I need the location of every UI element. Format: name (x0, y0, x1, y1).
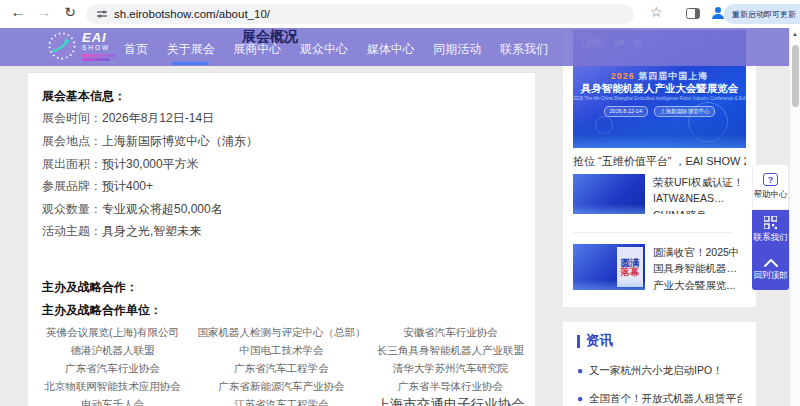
browser-reload-icon[interactable]: ↻ (60, 4, 80, 20)
news-item-3[interactable]: 圆满 落幕 圆满收官！2025中国具身智能机器人产业大会暨展览... (573, 244, 746, 290)
banner-subtitle-en: 2026 The 4th China Shanghai Embodied Int… (573, 96, 746, 101)
nav-visitor-center[interactable]: 观众中心 (300, 41, 348, 58)
scroll-up-arrow-icon[interactable]: ▲ (792, 31, 798, 37)
bookmark-star-icon[interactable]: ☆ (650, 4, 663, 20)
banner-title: 具身智能机器人产业大会暨展览会 (573, 82, 746, 96)
org-cell: 广东省汽车行业协会 (28, 360, 197, 378)
chevron-up-icon (764, 259, 778, 267)
nav-about[interactable]: 关于展会 (167, 41, 215, 58)
org-heading: 主办及战略合作： (42, 276, 521, 299)
org-cell: 上海市交通电子行业协会 (366, 396, 535, 406)
help-chat-icon: ? (763, 173, 778, 186)
browser-update-button[interactable]: 重新启动即可更新 ⋮ (724, 4, 800, 24)
org-cell: 安徽省汽车行业协会 (366, 324, 535, 342)
info-line-area: 展出面积：预计30,000平方米 (42, 153, 521, 176)
title-accent-bar (577, 335, 580, 348)
banner-date-pill: 2026.8.12-14 (604, 106, 648, 117)
url-text[interactable]: sh.eirobotshow.com/about_10/ (114, 8, 270, 20)
browser-toolbar: ← → ↻ sh.eirobotshow.com/about_10/ ☆ 重新启… (0, 0, 800, 28)
sidebar-news-panel: ATW ufi 2026 第四届中国上海 具身智能机器人产业大会暨展览会 202… (563, 28, 756, 307)
site-logo[interactable]: EAI SHOW (46, 30, 116, 62)
site-info-icon[interactable] (96, 8, 108, 20)
info-line-time: 展会时间：2026年8月12日-14日 (42, 108, 521, 131)
closing-badge: 圆满 落幕 (617, 247, 643, 287)
info-heading: 展会基本信息： (42, 85, 521, 108)
news-feed-title: 资讯 (577, 332, 742, 350)
logo-tagline-decor (82, 58, 110, 61)
browser-forward-icon[interactable]: → (34, 3, 54, 20)
org-cell: 清华大学苏州汽车研究院 (366, 360, 535, 378)
back-to-top-button[interactable]: 回到顶部 (752, 250, 789, 290)
news-thumbnail-3: 圆满 落幕 (573, 244, 645, 290)
update-label: 重新启动即可更新 (732, 9, 796, 20)
org-cell: 中国电工技术学会 (197, 342, 366, 360)
org-cell: 德港沪机器人联盟 (28, 342, 197, 360)
floating-widget-group: 联系我们 回到顶部 (752, 210, 789, 290)
side-panel-icon[interactable] (686, 8, 700, 19)
org-cell: 电动车千人会 (28, 396, 197, 406)
feed-item-2[interactable]: ● 全国首个！开放式机器人租赁平台 “擎天租... (577, 392, 742, 406)
browser-back-icon[interactable]: ← (8, 3, 28, 20)
org-sub-heading: 主办及战略合作单位： (42, 299, 521, 322)
news-title-3: 圆满收官！2025中国具身智能机器人产业大会暨展览... (653, 244, 746, 290)
nav-concurrent-events[interactable]: 同期活动 (433, 41, 481, 58)
logo-subtitle: SHOW (82, 45, 116, 52)
site-header: EAI SHOW 展会概况 首页 关于展会 展商中心 观众中心 媒体中心 同期活… (0, 28, 789, 66)
bullet-icon: ● (577, 392, 583, 405)
news-item-2[interactable]: 荣获UFI权威认证！IATW&NEAS CHINA跻身... (573, 174, 746, 214)
org-cell: 广东省新能源汽车产业协会 (197, 378, 366, 396)
exhibition-overview-content: 展会基本信息： 展会时间：2026年8月12日-14日 展会地点：上海新国际博览… (28, 72, 535, 406)
organizers-table: 英佛会议展览(上海)有限公司 国家机器人检测与评定中心（总部） 安徽省汽车行业协… (28, 324, 535, 406)
nav-home[interactable]: 首页 (124, 41, 148, 58)
bullet-icon: ● (577, 364, 583, 377)
scrollbar-thumb[interactable] (792, 45, 799, 107)
nav-media-center[interactable]: 媒体中心 (367, 41, 415, 58)
contact-us-button[interactable]: 联系我们 (752, 210, 789, 250)
divider (573, 232, 733, 233)
news-title-2: 荣获UFI权威认证！IATW&NEAS CHINA跻身... (653, 174, 746, 214)
qr-code-icon (764, 216, 777, 229)
news-feed-panel: 资讯 ● 又一家杭州六小龙启动IPO！ ● 全国首个！开放式机器人租赁平台 “擎… (563, 322, 756, 406)
info-line-venue: 展会地点：上海新国际博览中心（浦东） (42, 130, 521, 153)
org-cell: 北京物联网智能技术应用协会 (28, 378, 197, 396)
feed-item-1[interactable]: ● 又一家杭州六小龙启动IPO！ (577, 364, 742, 378)
nav-contact-us[interactable]: 联系我们 (500, 41, 548, 58)
org-cell: 长三角具身智能机器人产业联盟 (366, 342, 535, 360)
org-cell: 国家机器人检测与评定中心（总部） (197, 324, 366, 342)
org-cell: 江苏省汽车工程学会 (197, 396, 366, 406)
info-line-brands: 参展品牌：预计400+ (42, 175, 521, 198)
main-nav: 首页 关于展会 展商中心 观众中心 媒体中心 同期活动 联系我们 (124, 41, 548, 58)
news-thumbnail-2 (573, 174, 645, 214)
nav-exhibitor-center[interactable]: 展商中心 (233, 41, 281, 58)
help-center-button[interactable]: ? 帮助中心 (752, 164, 789, 210)
org-cell: 广东省汽车工程学会 (197, 360, 366, 378)
news-headline-1[interactable]: 抢位 “五维价值平台” ，EAI SHOW 2026，... (573, 154, 746, 169)
org-cell: 英佛会议展览(上海)有限公司 (28, 324, 197, 342)
info-line-visitors: 观众数量：专业观众将超50,000名 (42, 198, 521, 221)
info-line-theme: 活动主题：具身之光,智塑未来 (42, 221, 521, 244)
page-scrollbar[interactable]: ▲ (789, 28, 800, 406)
org-cell: 广东省半导体行业协会 (366, 378, 535, 396)
logo-tagline-decor (82, 54, 116, 57)
logo-swirl-icon (46, 30, 78, 62)
banner-venue-pill: 上海新国际博览中心 (654, 106, 716, 117)
address-bar[interactable]: sh.eirobotshow.com/about_10/ (86, 4, 634, 24)
logo-title: EAI (82, 31, 116, 44)
banner-ripple-decor (595, 116, 613, 134)
